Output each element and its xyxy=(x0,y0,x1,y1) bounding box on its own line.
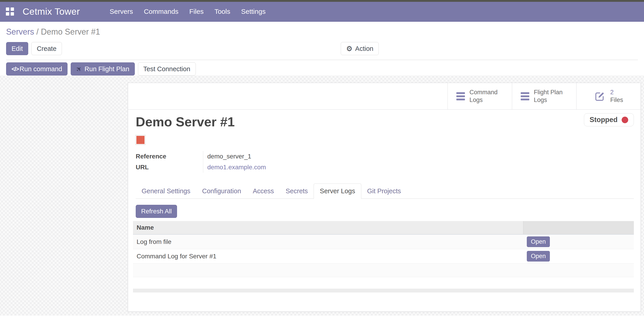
server-logs-table: Name Log from file Open Command Log for … xyxy=(133,221,634,292)
control-panel: Servers / Demo Server #1 Edit Create ⚙ A… xyxy=(0,22,644,76)
flight-plan-logs-label: Flight Plan Logs xyxy=(534,89,568,104)
open-log-button[interactable]: Open xyxy=(527,236,550,247)
open-log-button[interactable]: Open xyxy=(527,251,550,261)
server-color-swatch[interactable] xyxy=(136,135,145,145)
plane-icon: ✈ xyxy=(74,64,84,74)
table-empty-row xyxy=(133,277,634,289)
app-brand[interactable]: Cetmix Tower xyxy=(22,6,80,17)
run-flight-plan-label: Run Flight Plan xyxy=(84,65,129,73)
apps-grid-icon[interactable] xyxy=(6,8,14,16)
action-button-label: Action xyxy=(355,45,374,53)
create-button[interactable]: Create xyxy=(32,42,62,55)
window-top-strip xyxy=(0,0,644,2)
files-count: 2 xyxy=(610,89,623,96)
files-button[interactable]: 2 Files xyxy=(576,83,640,109)
edit-create-row: Edit Create ⚙ Action xyxy=(6,42,638,55)
main-navbar: Cetmix Tower Servers Commands Files Tool… xyxy=(0,2,644,22)
control-panel-divider xyxy=(6,60,638,60)
server-logs-panel: Refresh All Name Log from file Open xyxy=(136,199,634,292)
tab-general-settings[interactable]: General Settings xyxy=(136,184,196,198)
nav-item-files[interactable]: Files xyxy=(184,8,209,15)
files-label: Files xyxy=(610,96,623,104)
breadcrumb-parent[interactable]: Servers xyxy=(6,27,34,36)
server-field-group: Reference demo_server_1 URL demo1.exampl… xyxy=(136,151,634,173)
table-header-row: Name xyxy=(133,221,634,235)
field-value-reference: demo_server_1 xyxy=(203,151,634,162)
nav-menu: Servers Commands Files Tools Settings xyxy=(104,8,271,15)
run-command-button[interactable]: </> Run command xyxy=(6,62,68,76)
list-icon xyxy=(456,92,465,100)
app-window: Cetmix Tower Servers Commands Files Tool… xyxy=(0,0,644,316)
files-button-text: 2 Files xyxy=(610,89,623,104)
command-logs-button[interactable]: Command Logs xyxy=(448,83,512,109)
test-connection-button[interactable]: Test Connection xyxy=(138,62,196,76)
column-header-name[interactable]: Name xyxy=(133,221,523,234)
table-row[interactable]: Log from file Open xyxy=(133,235,634,249)
tab-access[interactable]: Access xyxy=(247,184,280,198)
nav-item-commands[interactable]: Commands xyxy=(138,8,184,15)
edit-button[interactable]: Edit xyxy=(6,42,28,55)
gear-icon: ⚙ xyxy=(346,45,352,53)
tab-secrets[interactable]: Secrets xyxy=(280,184,314,198)
table-empty-row xyxy=(133,263,634,277)
breadcrumb: Servers / Demo Server #1 xyxy=(6,22,638,37)
column-header-action xyxy=(523,221,634,234)
nav-item-tools[interactable]: Tools xyxy=(209,8,236,15)
command-logs-label: Command Logs xyxy=(470,89,503,104)
nav-item-settings[interactable]: Settings xyxy=(236,8,271,15)
sheet-body: Demo Server #1 Reference demo_server_1 U… xyxy=(128,110,640,292)
tab-git-projects[interactable]: Git Projects xyxy=(361,184,407,198)
log-name: Command Log for Server #1 xyxy=(133,250,523,263)
tab-server-logs[interactable]: Server Logs xyxy=(314,184,361,199)
action-button[interactable]: ⚙ Action xyxy=(341,42,379,55)
notebook-tabs: General Settings Configuration Access Se… xyxy=(136,184,634,199)
table-row[interactable]: Command Log for Server #1 Open xyxy=(133,249,634,263)
tab-configuration[interactable]: Configuration xyxy=(196,184,247,198)
run-flight-plan-button[interactable]: ✈ Run Flight Plan xyxy=(71,62,134,76)
breadcrumb-current: Demo Server #1 xyxy=(41,27,100,36)
log-name: Log from file xyxy=(133,235,523,248)
form-sheet: Command Logs Flight Plan Logs 2 xyxy=(128,83,641,312)
refresh-all-button[interactable]: Refresh All xyxy=(136,205,177,218)
server-actions-row: </> Run command ✈ Run Flight Plan Test C… xyxy=(6,62,638,76)
nav-item-servers[interactable]: Servers xyxy=(104,8,138,15)
table-footer-bar xyxy=(133,289,634,292)
breadcrumb-separator: / xyxy=(36,27,38,36)
field-value-url-link[interactable]: demo1.example.com xyxy=(203,162,634,173)
flight-plan-logs-button[interactable]: Flight Plan Logs xyxy=(512,83,576,109)
run-command-label: Run command xyxy=(20,65,62,73)
content-background: Command Logs Flight Plan Logs 2 xyxy=(0,76,644,315)
pencil-square-icon xyxy=(594,90,606,102)
smart-button-bar: Command Logs Flight Plan Logs 2 xyxy=(128,83,640,110)
code-icon: </> xyxy=(12,66,19,73)
field-label-url: URL xyxy=(136,162,203,173)
page-title: Demo Server #1 xyxy=(136,114,634,129)
list-icon xyxy=(521,92,529,100)
field-label-reference: Reference xyxy=(136,151,203,162)
